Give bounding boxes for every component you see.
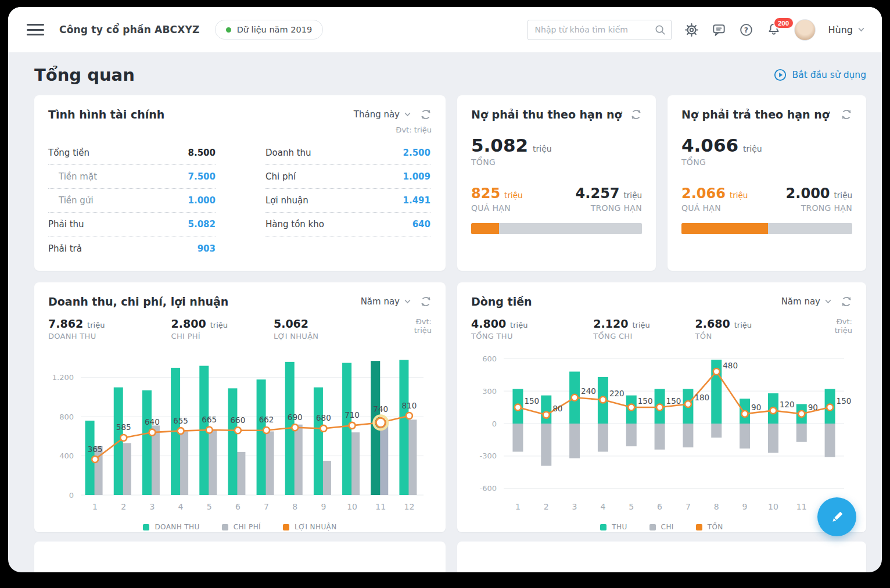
finance-row-label: Doanh thu	[265, 148, 311, 158]
revenue-stats: 7.862triệuDOANH THU2.800triệuCHI PHÍ5.06…	[48, 317, 432, 340]
finance-row-label: Phải thu	[48, 219, 84, 230]
legend-item[interactable]: TỒN	[696, 523, 723, 531]
period-selector[interactable]: Năm nay	[361, 296, 411, 307]
chevron-down-icon	[825, 299, 831, 304]
period-selector[interactable]: Năm nay	[781, 296, 831, 307]
notifications-bell-icon[interactable]: 200	[766, 22, 781, 37]
legend-swatch	[696, 524, 702, 530]
chat-icon[interactable]	[712, 23, 726, 37]
svg-text:120: 120	[780, 400, 795, 409]
svg-text:600: 600	[482, 354, 497, 363]
menu-icon[interactable]	[27, 23, 44, 37]
finance-row-value[interactable]: 5.082	[188, 219, 216, 230]
legend-item[interactable]: DOANH THU	[143, 523, 199, 531]
legend-item[interactable]: THU	[600, 523, 627, 531]
legend-item[interactable]: CHI	[649, 523, 674, 531]
card-title: Nợ phải thu theo hạn nợ	[471, 108, 622, 121]
svg-text:680: 680	[316, 413, 331, 422]
svg-text:740: 740	[373, 404, 388, 414]
revenue-chart-card: Doanh thu, chi phí, lợi nhuận Năm nay	[34, 282, 446, 532]
company-name: Công ty cổ phần ABCXYZ	[59, 24, 200, 35]
cashflow-chart[interactable]: -600-30003006001234567891011121508024022…	[471, 345, 852, 515]
page-title: Tổng quan	[34, 65, 135, 85]
svg-text:9: 9	[321, 502, 326, 511]
svg-text:640: 640	[145, 417, 160, 426]
svg-text:690: 690	[288, 413, 303, 422]
svg-text:2: 2	[544, 502, 549, 511]
svg-text:1: 1	[92, 502, 98, 511]
finance-row: Tổng tiền8.500	[48, 141, 216, 165]
svg-text:585: 585	[116, 422, 131, 432]
svg-text:9: 9	[742, 502, 748, 511]
svg-text:11: 11	[375, 502, 386, 511]
refresh-icon[interactable]	[841, 109, 852, 120]
finance-row-label: Tổng tiền	[48, 148, 89, 158]
pencil-icon	[828, 508, 846, 526]
data-year-selector[interactable]: Dữ liệu năm 2019	[215, 20, 323, 40]
overdue-value: 825	[471, 185, 500, 202]
legend-label: DOANH THU	[155, 523, 199, 531]
finance-row-value[interactable]: 2.500	[403, 148, 430, 158]
in-term-value: 4.257	[576, 185, 620, 202]
svg-text:810: 810	[402, 401, 417, 410]
legend-swatch	[143, 524, 149, 530]
get-started-link[interactable]: Bắt đầu sử dụng	[774, 69, 866, 81]
app-window: Công ty cổ phần ABCXYZ Dữ liệu năm 2019	[8, 7, 882, 572]
finance-row: Chi phí1.009	[265, 165, 430, 189]
legend-label: TỒN	[708, 523, 723, 531]
svg-text:10: 10	[347, 502, 357, 511]
svg-text:710: 710	[344, 410, 360, 420]
unit-note: Đvt: triệu	[817, 317, 852, 335]
finance-row: Tiền gửi1.000	[48, 189, 216, 213]
finance-row-label: Hàng tồn kho	[265, 219, 324, 230]
user-avatar[interactable]	[794, 19, 816, 41]
legend-item[interactable]: LỢI NHUẬN	[283, 523, 337, 531]
svg-text:240: 240	[581, 386, 596, 396]
user-menu[interactable]: Hùng	[828, 24, 864, 35]
search-icon[interactable]	[654, 24, 666, 38]
edit-fab-button[interactable]	[817, 497, 856, 536]
chevron-down-icon	[858, 27, 864, 32]
svg-text:0: 0	[69, 491, 74, 500]
finance-row: Doanh thu2.500	[265, 141, 430, 165]
unit-note: Đvt: triệu	[48, 126, 432, 134]
legend-label: LỢI NHUẬN	[295, 523, 337, 531]
card-title: Nợ phải trả theo hạn nợ	[681, 108, 830, 121]
finance-row-value[interactable]: 640	[412, 219, 430, 230]
cashflow-chart-card: Dòng tiền Năm nay	[457, 282, 866, 532]
finance-row-value[interactable]: 1.000	[188, 195, 216, 206]
help-icon[interactable]: ?	[739, 23, 753, 37]
refresh-icon[interactable]	[420, 296, 432, 307]
legend-swatch	[222, 524, 228, 530]
settings-gear-icon[interactable]	[684, 23, 699, 37]
notification-count-badge: 200	[773, 17, 794, 29]
refresh-icon[interactable]	[420, 109, 432, 120]
legend-label: CHI	[661, 523, 674, 531]
total-label: TỔNG	[471, 157, 642, 167]
chart-legend: THUCHITỒN	[471, 523, 852, 531]
svg-text:4: 4	[178, 502, 184, 511]
finance-row-value[interactable]: 7.500	[188, 171, 216, 182]
refresh-icon[interactable]	[841, 296, 852, 307]
revenue-expense-profit-chart[interactable]: 04008001.2001234567891011123655856406556…	[48, 345, 432, 515]
search-input[interactable]	[527, 20, 672, 40]
finance-row-value[interactable]: 903	[198, 243, 216, 254]
svg-text:7: 7	[686, 502, 691, 511]
svg-text:660: 660	[231, 415, 246, 425]
svg-text:1.200: 1.200	[52, 373, 74, 382]
finance-row-value[interactable]: 1.009	[403, 171, 430, 182]
stat-item: 7.862triệuDOANH THU	[48, 317, 171, 340]
partial-card-left	[34, 542, 446, 572]
finance-row-value[interactable]: 1.491	[403, 195, 430, 206]
period-selector[interactable]: Tháng này	[354, 109, 411, 120]
svg-text:80: 80	[552, 404, 562, 413]
stat-item: 2.120triệuTỔNG CHI	[593, 317, 695, 340]
refresh-icon[interactable]	[630, 109, 642, 120]
overdue-progress-bar	[681, 223, 852, 234]
svg-text:150: 150	[837, 396, 852, 406]
legend-item[interactable]: CHI PHÍ	[222, 523, 261, 531]
total-label: TỔNG	[681, 157, 852, 167]
search-box	[527, 20, 672, 40]
svg-text:90: 90	[751, 403, 761, 412]
svg-text:5: 5	[629, 502, 634, 511]
